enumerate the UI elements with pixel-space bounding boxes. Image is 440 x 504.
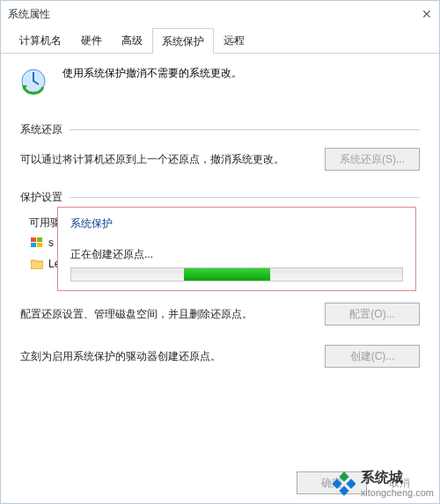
progress-bar-fill [184,268,270,281]
progress-dialog: 系统保护 正在创建还原点... [57,207,416,291]
configure-row: 配置还原设置、管理磁盘空间，并且删除还原点。 配置(O)... [20,303,420,325]
create-text: 立刻为启用系统保护的驱动器创建还原点。 [20,348,312,364]
popup-title: 系统保护 [70,216,403,231]
watermark-brand: 系统城 [361,469,434,487]
tab-hardware[interactable]: 硬件 [71,27,112,53]
intro-row: 使用系统保护撤消不需要的系统更改。 [20,66,420,96]
svg-rect-3 [37,237,42,242]
group-protection-settings: 保护设置 [20,190,420,205]
system-properties-window: 系统属性 ✕ 计算机名 硬件 高级 系统保护 远程 使用系统保护撤消不需要的系统… [0,0,440,504]
restore-text: 可以通过将计算机还原到上一个还原点，撤消系统更改。 [20,151,312,167]
svg-rect-5 [37,243,42,247]
svg-rect-2 [31,237,36,242]
shield-restore-icon [20,66,50,96]
svg-rect-7 [332,478,341,488]
restore-row: 可以通过将计算机还原到上一个还原点，撤消系统更改。 系统还原(S)... [20,148,420,171]
popup-status: 正在创建还原点... [70,247,403,262]
create-row: 立刻为启用系统保护的驱动器创建还原点。 创建(C)... [20,345,420,368]
tab-remote[interactable]: 远程 [214,27,254,53]
tab-strip: 计算机名 硬件 高级 系统保护 远程 [1,27,439,54]
tab-computer-name[interactable]: 计算机名 [10,27,71,53]
window-title: 系统属性 [8,7,397,22]
windows-drive-icon [29,236,45,250]
create-button[interactable]: 创建(C)... [325,345,420,368]
system-restore-button[interactable]: 系统还原(S)... [325,148,420,171]
group-system-restore: 系统还原 [20,122,420,137]
titlebar: 系统属性 ✕ [1,1,439,27]
close-icon[interactable]: ✕ [397,7,432,21]
folder-icon [29,257,45,271]
svg-rect-9 [339,486,348,495]
watermark-logo-icon [331,471,356,496]
watermark-url: xitongcheng.com [361,487,434,498]
tab-system-protection[interactable]: 系统保护 [152,28,214,54]
svg-rect-4 [31,243,36,247]
progress-bar [70,267,403,281]
configure-text: 配置还原设置、管理磁盘空间，并且删除还原点。 [20,306,312,322]
watermark: 系统城 xitongcheng.com [331,469,434,498]
configure-button[interactable]: 配置(O)... [325,303,420,325]
intro-text: 使用系统保护撤消不需要的系统更改。 [62,66,242,81]
svg-rect-6 [339,471,348,481]
tab-advanced[interactable]: 高级 [112,27,152,53]
svg-rect-8 [346,478,356,488]
